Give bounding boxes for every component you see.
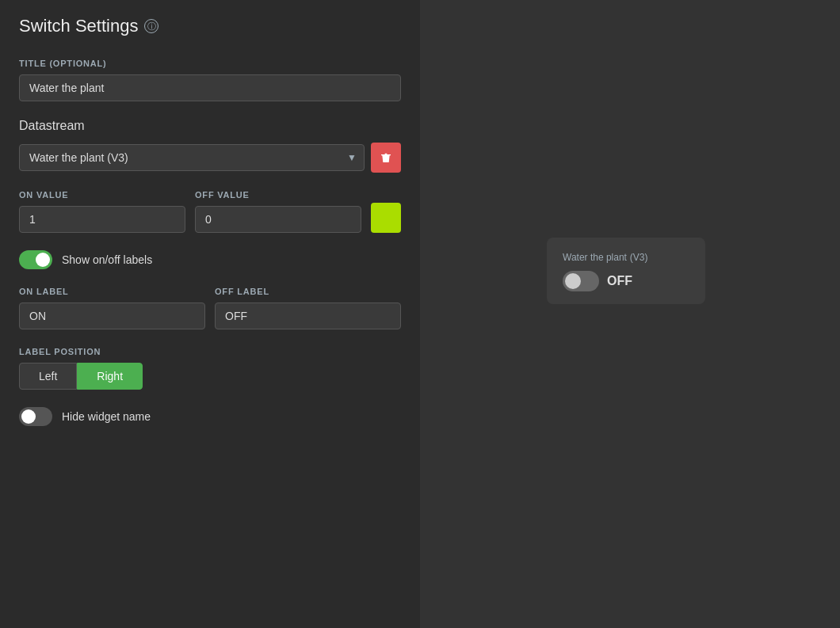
values-row: ON VALUE OFF VALUE (19, 190, 401, 233)
widget-datastream-tag: (V3) (630, 252, 648, 263)
position-right-button[interactable]: Right (77, 363, 143, 390)
on-value-label: ON VALUE (19, 190, 185, 200)
on-label-field: ON LABEL (19, 287, 205, 329)
panel-title-row: Switch Settings ⓘ (19, 16, 401, 36)
left-panel: Switch Settings ⓘ TITLE (OPTIONAL) Datas… (0, 0, 420, 628)
position-buttons-group: Left Right (19, 363, 401, 390)
on-label-label: ON LABEL (19, 287, 205, 296)
show-labels-section: Show on/off labels (19, 250, 401, 269)
labels-row: ON LABEL OFF LABEL (19, 287, 401, 329)
on-label-input[interactable] (19, 303, 205, 329)
hide-widget-toggle[interactable] (19, 407, 52, 426)
trash-icon (380, 151, 392, 164)
widget-toggle[interactable] (563, 271, 599, 291)
color-swatch-button[interactable] (371, 203, 401, 233)
show-labels-row: Show on/off labels (19, 250, 401, 269)
label-position-label: LABEL POSITION (19, 347, 401, 356)
show-labels-toggle[interactable] (19, 250, 52, 269)
datastream-select[interactable]: Water the plant (V3) (19, 144, 365, 171)
off-value-label: OFF VALUE (195, 190, 361, 200)
delete-datastream-button[interactable] (371, 143, 401, 173)
widget-preview-card: Water the plant (V3) OFF (547, 238, 705, 304)
hide-widget-slider (19, 407, 52, 426)
title-field-label: TITLE (OPTIONAL) (19, 59, 401, 68)
on-value-input[interactable] (19, 206, 185, 233)
right-panel: Water the plant (V3) OFF (420, 0, 840, 628)
widget-title-text: Water the plant (563, 252, 627, 263)
title-field-section: TITLE (OPTIONAL) (19, 59, 401, 101)
widget-toggle-track (563, 271, 599, 291)
on-value-field: ON VALUE (19, 190, 185, 233)
main-layout: Switch Settings ⓘ TITLE (OPTIONAL) Datas… (0, 0, 840, 628)
info-icon[interactable]: ⓘ (144, 19, 158, 33)
off-label-label: OFF LABEL (215, 287, 401, 296)
hide-widget-row: Hide widget name (19, 407, 401, 426)
position-left-button[interactable]: Left (19, 363, 77, 390)
datastream-select-wrapper: Water the plant (V3) ▼ (19, 144, 365, 171)
labels-section: ON LABEL OFF LABEL (19, 287, 401, 329)
off-value-input[interactable] (195, 206, 361, 233)
datastream-row: Water the plant (V3) ▼ (19, 143, 401, 173)
values-section: ON VALUE OFF VALUE (19, 190, 401, 233)
off-label-input[interactable] (215, 303, 401, 329)
widget-toggle-thumb (565, 273, 581, 289)
widget-off-label: OFF (607, 274, 632, 288)
title-input[interactable] (19, 74, 401, 101)
off-value-field: OFF VALUE (195, 190, 361, 233)
hide-widget-section: Hide widget name (19, 407, 401, 426)
show-labels-text: Show on/off labels (62, 253, 152, 266)
widget-card-title: Water the plant (V3) (563, 250, 689, 263)
page-title: Switch Settings (19, 16, 138, 36)
toggle-slider (19, 250, 52, 269)
label-position-section: LABEL POSITION Left Right (19, 347, 401, 390)
widget-toggle-row: OFF (563, 271, 689, 291)
datastream-label: Datastream (19, 119, 401, 133)
datastream-section: Datastream Water the plant (V3) ▼ (19, 119, 401, 173)
off-label-field: OFF LABEL (215, 287, 401, 329)
hide-widget-text: Hide widget name (62, 410, 151, 423)
